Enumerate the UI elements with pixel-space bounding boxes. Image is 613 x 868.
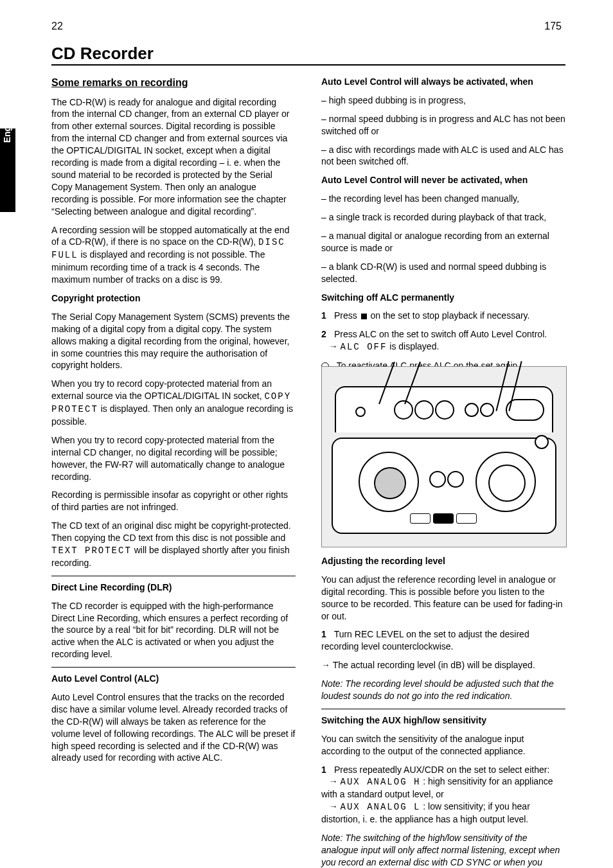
- lcd-aux-analog-h: AUX ANALOG H: [341, 777, 421, 787]
- heading-dlr: Direct Line Recording (DLR): [51, 581, 296, 594]
- reclevel-note-a: → The actual recording level (in dB) wil…: [321, 659, 565, 671]
- copy-p2: When you try to record copy-protected ma…: [51, 378, 296, 428]
- lcd-aux-analog-l: AUX ANALOG L: [341, 802, 421, 812]
- page-number-right: 175: [544, 21, 562, 32]
- device-front-illustration: [321, 366, 567, 547]
- lcd-alc-off: ALC OFF: [341, 342, 387, 352]
- alc-li3: – a disc with recordings made with ALC i…: [321, 144, 565, 168]
- heading-copyright: Copyright protection: [51, 292, 296, 305]
- alc-p1: Auto Level Control ensures that the trac…: [51, 691, 296, 764]
- remarks-p1: The CD-R(W) is ready for analogue and di…: [51, 96, 296, 218]
- hilo-note: Note: The switching of the high/low sens…: [321, 832, 565, 868]
- lcd-text-protect: TEXT PROTECT: [51, 545, 132, 556]
- alc-li4: – the recording level has been changed m…: [321, 193, 565, 205]
- alc-li5: – a single track is recorded during play…: [321, 211, 565, 224]
- language-tab-label: English: [2, 98, 12, 155]
- alc-li6: – a manual digital or analogue recording…: [321, 230, 565, 254]
- reclevel-p: You can adjust the reference recording l…: [321, 574, 565, 623]
- chapter-title: CD Recorder: [51, 44, 154, 64]
- hilo-p: You can switch the sensitivity of the an…: [321, 733, 565, 757]
- heading-remarks: Some remarks on recording: [51, 76, 296, 90]
- copy-p5: The CD text of an original disc might be…: [51, 520, 296, 569]
- alc-active-intro: Auto Level Control will always be activa…: [321, 76, 565, 88]
- copy-p1: The Serial Copy Management System (SCMS)…: [51, 311, 296, 371]
- alc-li7: – a blank CD-R(W) is used and normal spe…: [321, 261, 565, 285]
- copy-p3: When you try to record copy-protected ma…: [51, 434, 296, 483]
- dlr-p: The CD recorder is equipped with the hig…: [51, 600, 296, 660]
- stop-icon: [361, 314, 367, 319]
- step-hilo-1: 1 Press repeatedly AUX/CDR on the set to…: [321, 764, 565, 826]
- heading-alc: Auto Level Control (ALC): [51, 673, 296, 685]
- heading-rec-level: Adjusting the recording level: [321, 555, 565, 567]
- heading-alc-off: Switching off ALC permanently: [321, 292, 565, 304]
- remarks-p2: A recording session will be stopped auto…: [51, 224, 296, 286]
- alc-li1: – high speed dubbing is in progress,: [321, 94, 565, 107]
- step-alc-off-1: 1 Press on the set to stop playback if n…: [321, 310, 565, 322]
- reclevel-note-b: Note: The recording level should be adju…: [321, 678, 565, 702]
- step-reclevel-1: 1 Turn REC LEVEL on the set to adjust th…: [321, 628, 565, 653]
- step-alc-off-2: 2 Press ALC on the set to switch off Aut…: [321, 328, 565, 353]
- alc-never-intro: Auto Level Control will never be activat…: [321, 174, 565, 186]
- heading-hilo: Switching the AUX high/low sensitivity: [321, 714, 565, 727]
- alc-li2: – normal speed dubbing is in progress an…: [321, 113, 565, 137]
- page-number-left: 22: [51, 21, 63, 32]
- copy-p4: Recording is permissible insofar as copy…: [51, 489, 296, 513]
